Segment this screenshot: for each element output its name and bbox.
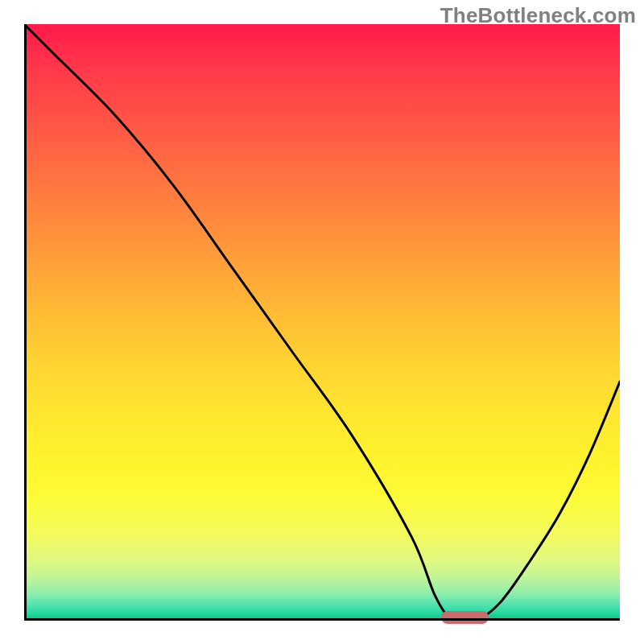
- curve-layer: [24, 24, 620, 620]
- y-axis: [24, 24, 27, 620]
- bottleneck-chart: TheBottleneck.com: [0, 0, 644, 644]
- x-axis: [24, 618, 620, 621]
- plot-area: [24, 24, 620, 620]
- watermark-text: TheBottleneck.com: [440, 3, 636, 28]
- bottleneck-curve-path: [24, 24, 620, 620]
- optimal-range-marker: [441, 611, 489, 624]
